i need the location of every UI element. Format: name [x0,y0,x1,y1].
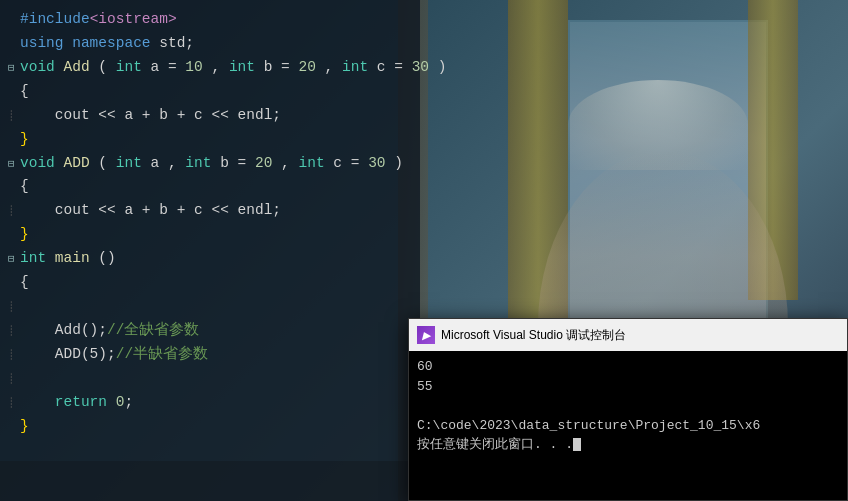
empty-line-1 [20,295,29,319]
code-text-2: using namespace std; [20,32,194,56]
sp3c: a = [151,59,186,75]
num-30a: 30 [412,59,429,75]
brace-close-3: } [20,415,29,439]
fold-icon-5: ┊ [8,109,20,126]
vs-icon-text: ▶ [422,330,430,341]
kw-int-7a: int [116,155,142,171]
kw-int-main: int [20,250,46,266]
code-return [20,394,55,410]
kw-return: return [55,394,107,410]
sp3b: ( [98,59,107,75]
code-text-17: return 0; [20,391,133,415]
brace-open-3: { [20,271,29,295]
code-text-7: void ADD ( int a , int b = 20 , int c = … [20,152,403,176]
fn-add2: ADD [64,155,90,171]
kw-int-7b: int [185,155,211,171]
code-line-17: ┊ return 0; [0,391,412,415]
fold-icon-3: ⊟ [8,59,20,77]
code-text-11: int main () [20,247,116,271]
code-line-5: ┊ cout << a + b + c << endl; [0,104,412,128]
brace-open-2: { [20,175,29,199]
code-line-15: ┊ ADD(5);//半缺省参数 [0,343,412,367]
brace-open-1: { [20,80,29,104]
output-line-3 [417,396,839,416]
fold-icon-15: ┊ [8,348,20,365]
sp3f: , [325,59,342,75]
sp7g: c = [333,155,368,171]
code-text-1: #include<iostream> [20,8,177,32]
code-line-14: ┊ Add();//全缺省参数 [0,319,412,343]
code-line-11: ⊟ int main () [0,247,412,271]
sp7b: ( [98,155,107,171]
code-content: #include<iostream> using namespace std; … [0,0,420,447]
fold-icon-13: ┊ [8,300,20,317]
code-line-6: } [0,128,412,152]
kw-int-3c: int [342,59,368,75]
sp3d: , [211,59,228,75]
comment-2: //半缺省参数 [116,346,208,362]
output-line-2: 55 [417,377,839,397]
vs-icon: ▶ [417,326,435,344]
kw-int-7c: int [299,155,325,171]
code-line-1: #include<iostream> [0,8,412,32]
fold-icon-7: ⊟ [8,155,20,173]
fold-icon-14: ┊ [8,324,20,341]
code-line-9: ┊ cout << a + b + c << endl; [0,199,412,223]
sp3e: b = [264,59,299,75]
code-editor-panel: #include<iostream> using namespace std; … [0,0,420,501]
comment-1: //全缺省参数 [107,322,199,338]
kw-int-3a: int [116,59,142,75]
code-add-call: Add(); [20,322,107,338]
code-line-13: ┊ [0,295,412,319]
sp7c: a , [151,155,186,171]
sp7h: ) [394,155,403,171]
fn-main: main [55,250,90,266]
num-20a: 20 [299,59,316,75]
text-std: std; [159,35,194,51]
fn-add: Add [64,59,90,75]
console-title: Microsoft Visual Studio 调试控制台 [441,327,839,344]
code-line-8: { [0,175,412,199]
fold-icon-17: ┊ [8,396,20,413]
code-text-3: void Add ( int a = 10 , int b = 20 , int… [20,56,446,80]
kw-namespace: namespace [72,35,150,51]
code-text-15: ADD(5);//半缺省参数 [20,343,208,367]
kw-int-3b: int [229,59,255,75]
fold-icon-9: ┊ [8,204,20,221]
code-text-14: Add();//全缺省参数 [20,319,199,343]
code-line-4: { [0,80,412,104]
output-line-1: 60 [417,357,839,377]
num-30b: 30 [368,155,385,171]
code-line-3: ⊟ void Add ( int a = 10 , int b = 20 , i… [0,56,412,80]
num-20b: 20 [255,155,272,171]
keyword-include: #include [20,11,90,27]
sp7e: b = [220,155,255,171]
include-iostream: <iostream> [90,11,177,27]
fold-icon-16: ┊ [8,372,20,389]
console-titlebar: ▶ Microsoft Visual Studio 调试控制台 [409,319,847,351]
kw-void-1: void [20,59,55,75]
fold-icon-11: ⊟ [8,250,20,268]
sp17 [107,394,116,410]
console-path: C:\code\2023\data_structure\Project_10_1… [417,416,839,436]
console-panel: ▶ Microsoft Visual Studio 调试控制台 60 55 C:… [408,318,848,501]
code-cout-1: cout << a + b + c << endl; [20,104,281,128]
brace-close-1: } [20,128,29,152]
code-line-18: } [0,415,412,439]
cursor-blink [573,438,581,451]
code-line-7: ⊟ void ADD ( int a , int b = 20 , int c … [0,152,412,176]
sp3h: ) [438,59,447,75]
kw-using: using [20,35,64,51]
kw-void-2: void [20,155,55,171]
sp3g: c = [377,59,412,75]
code-cout-2: cout << a + b + c << endl; [20,199,281,223]
code-line-16: ┊ [0,367,412,391]
brace-close-2: } [20,223,29,247]
sp7f: , [281,155,298,171]
code-line-2: using namespace std; [0,32,412,56]
semi-17: ; [124,394,133,410]
sp11b: () [98,250,115,266]
console-body: 60 55 C:\code\2023\data_structure\Projec… [409,351,847,461]
console-prompt: 按任意键关闭此窗口. . . [417,435,839,455]
code-line-10: } [0,223,412,247]
